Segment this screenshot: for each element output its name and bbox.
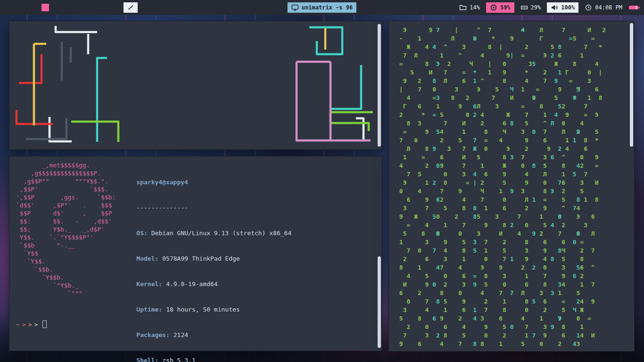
prompt-chevron: > [22, 321, 26, 328]
shell-prompt[interactable]: ~ >>> [16, 321, 47, 328]
matrix-terminal-window[interactable]: Э 9 | ^ 7 = Л 7 И 2 - 1 Л = * 9 Г 5 = Ж … [389, 21, 634, 351]
prompt-chevron: > [34, 321, 38, 328]
prompt-cwd: ~ [16, 321, 20, 328]
debian-ascii-art: _,met$$$$$gg. ,g$$$$$$$$$$$$$$$P. ,g$$P"… [16, 161, 116, 362]
info-row-shell: Shell:zsh 5.3.1 [136, 356, 295, 362]
memory-usage-text: 29% [531, 4, 541, 11]
window-title-text: unimatrix -s 96 [302, 4, 353, 11]
paintbrush-icon [127, 4, 134, 11]
folder-icon [459, 4, 467, 11]
neofetch-terminal-window[interactable]: _,met$$$$$gg. ,g$$$$$$$$$$$$$$$P. ,g$$P"… [9, 156, 382, 351]
pipes-terminal-window[interactable] [9, 21, 382, 149]
matrix-scrollbar[interactable] [630, 23, 633, 147]
prompt-chevron: > [28, 321, 32, 328]
disk-usage-text: 14% [470, 4, 480, 11]
cpu-usage-text: 59% [500, 4, 511, 11]
time-text: 04:08 PM [595, 4, 622, 11]
info-row-uptime: Uptime:18 hours, 50 minutes [136, 305, 295, 314]
battery-module[interactable] [628, 2, 640, 13]
info-row-model: Model:0578A99 ThinkPad Edge [136, 255, 295, 263]
memory-module[interactable]: 29% [520, 2, 541, 13]
bar-right-modules: 14% 59% 29% [459, 0, 640, 15]
battery-icon [628, 4, 640, 11]
desktop: unimatrix -s 96 14% 59% [0, 0, 644, 362]
neofetch-scrollbar[interactable] [378, 256, 381, 348]
launcher-module[interactable] [124, 2, 138, 13]
info-row-os: OS:Debian GNU/Linux 9.13 (stretch) x86_6… [136, 229, 295, 238]
cpu-icon [490, 4, 497, 11]
disk-module[interactable]: 14% [459, 2, 480, 13]
ram-icon [520, 4, 528, 11]
neofetch-output: _,met$$$$$gg. ,g$$$$$$$$$$$$$$$P. ,g$$P"… [16, 161, 374, 362]
speaker-icon [551, 4, 558, 11]
matrix-rain-cyan: 7 4 9 = 4 8 | 2 Э [396, 26, 580, 348]
cpu-module[interactable]: 59% [486, 2, 514, 13]
terminal-icon [291, 4, 299, 11]
volume-module[interactable]: 100% [547, 2, 578, 13]
top-bar: unimatrix -s 96 14% 59% [0, 0, 644, 15]
info-row-kernel: Kernel:4.9.0-19-amd64 [136, 280, 295, 288]
workspace-indicator[interactable] [41, 4, 49, 11]
terminal-cursor [42, 321, 47, 328]
info-row-packages: Packages:2124 [136, 331, 295, 339]
pipes-scrollbar[interactable] [378, 24, 381, 147]
pipes-green-group [71, 112, 373, 142]
pipes-yellow-group [34, 28, 325, 125]
volume-text: 100% [561, 4, 575, 11]
neofetch-title: sparky4@xappy4 [136, 178, 295, 187]
pipes-art [9, 21, 382, 149]
window-title-module[interactable]: unimatrix -s 96 [288, 2, 356, 13]
pipes-pink-group [297, 62, 371, 140]
clock-icon [585, 4, 592, 11]
pipes-cyan-group [97, 27, 361, 142]
neofetch-separator: -------------- [136, 204, 295, 212]
clock-module[interactable]: 04:08 PM [585, 2, 622, 13]
system-info: sparky4@xappy4 -------------- OS:Debian … [136, 161, 295, 362]
